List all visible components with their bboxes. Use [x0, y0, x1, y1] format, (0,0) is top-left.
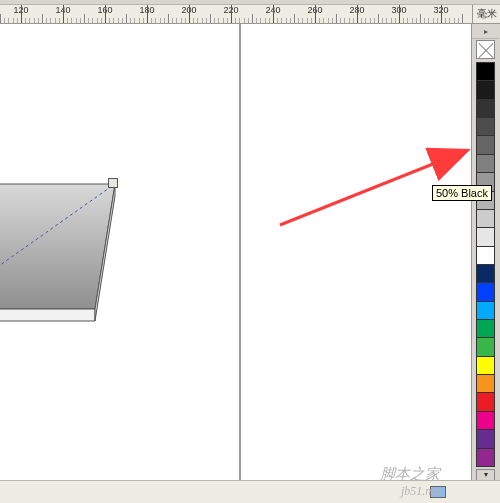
ruler-tick: [17, 18, 18, 23]
ruler-tick: [227, 18, 228, 23]
ruler-tick: [42, 14, 43, 23]
ruler-tick: [151, 18, 152, 23]
color-palette-panel: [471, 24, 500, 481]
color-swatch[interactable]: [476, 154, 495, 172]
ruler-tick: [370, 18, 371, 23]
ruler-tick: [265, 18, 266, 23]
color-swatch[interactable]: [476, 282, 495, 300]
color-swatch[interactable]: [476, 448, 495, 467]
ruler-tick: [386, 18, 387, 23]
color-swatch[interactable]: [476, 80, 495, 98]
ruler-tick: [286, 18, 287, 23]
ruler-tick: [349, 18, 350, 23]
ruler-tick: [437, 18, 438, 23]
color-swatch[interactable]: [476, 209, 495, 227]
canvas[interactable]: [0, 24, 472, 481]
ruler-tick: [239, 18, 240, 23]
ruler-tick: [118, 18, 119, 23]
ruler-tick: [46, 18, 47, 23]
color-swatch[interactable]: [476, 264, 495, 282]
ruler-tick: [80, 18, 81, 23]
ruler-tick: [105, 5, 106, 23]
color-swatch[interactable]: [476, 337, 495, 355]
ruler-tick: [256, 18, 257, 23]
color-swatch[interactable]: [476, 135, 495, 153]
ruler-tick: [361, 18, 362, 23]
ruler-tick: [181, 18, 182, 23]
ruler-tick: [50, 18, 51, 23]
color-swatch[interactable]: [476, 356, 495, 374]
ruler-tick: [252, 14, 253, 23]
watermark: 脚本之家 jb51.net: [380, 465, 440, 499]
ruler-tick: [71, 18, 72, 23]
ruler-tick: [235, 18, 236, 23]
palette-flyout-button[interactable]: [472, 24, 499, 39]
ruler-tick: [281, 18, 282, 23]
ruler-tick: [189, 5, 190, 23]
ruler-tick: [55, 18, 56, 23]
ruler-tick: [172, 18, 173, 23]
ruler-tick: [202, 18, 203, 23]
ruler-tick: [416, 18, 417, 23]
watermark-line2: jb51.net: [380, 484, 440, 499]
ruler-unit-label[interactable]: 毫米: [472, 5, 500, 24]
ruler-tick: [97, 18, 98, 23]
ruler-tick: [143, 18, 144, 23]
ruler-tick: [34, 18, 35, 23]
color-swatch[interactable]: [476, 319, 495, 337]
ruler-tick: [428, 18, 429, 23]
ruler-tick: [160, 18, 161, 23]
ruler-tick: [445, 18, 446, 23]
ruler-tick: [260, 18, 261, 23]
svg-marker-1: [0, 309, 95, 321]
ruler-tick: [433, 18, 434, 23]
ruler-tick: [176, 18, 177, 23]
ruler-tick: [134, 18, 135, 23]
ruler-tick: [206, 18, 207, 23]
ruler-tick: [323, 18, 324, 23]
ruler-tick: [147, 5, 148, 23]
ruler-tick: [139, 18, 140, 23]
ruler-tick: [101, 18, 102, 23]
ruler-tick: [336, 14, 337, 23]
ruler-tick: [168, 14, 169, 23]
ruler-tick: [130, 18, 131, 23]
ruler-tick: [126, 14, 127, 23]
ruler-tick: [458, 18, 459, 23]
ruler-tick: [231, 5, 232, 23]
ruler-tick: [353, 18, 354, 23]
ruler-tick: [277, 18, 278, 23]
ruler-tick: [210, 14, 211, 23]
ruler-tick: [315, 5, 316, 23]
color-swatch[interactable]: [476, 374, 495, 392]
ruler-tick: [248, 18, 249, 23]
ruler-tick: [59, 18, 60, 23]
color-swatch[interactable]: [476, 429, 495, 447]
color-swatch[interactable]: [476, 411, 495, 429]
ruler-tick: [357, 5, 358, 23]
ruler-tick: [395, 18, 396, 23]
ruler-tick: [374, 18, 375, 23]
ruler-tick: [420, 14, 421, 23]
ruler-tick: [164, 18, 165, 23]
color-swatch[interactable]: [476, 246, 495, 264]
ruler-tick: [0, 14, 1, 23]
selection-handle[interactable]: [108, 178, 118, 188]
ruler-tick: [218, 18, 219, 23]
no-color-swatch[interactable]: [476, 40, 495, 59]
horizontal-ruler[interactable]: 120140160180200220240260280300320: [0, 5, 472, 24]
selected-shape[interactable]: [0, 24, 240, 344]
ruler-tick: [449, 18, 450, 23]
ruler-tick: [344, 18, 345, 23]
ruler-tick: [185, 18, 186, 23]
ruler-tick: [67, 18, 68, 23]
color-swatch[interactable]: [476, 99, 495, 117]
ruler-tick: [63, 5, 64, 23]
color-swatch[interactable]: [476, 301, 495, 319]
ruler-tick: [13, 18, 14, 23]
color-swatch[interactable]: [476, 62, 495, 80]
ruler-tick: [391, 18, 392, 23]
color-swatch[interactable]: [476, 117, 495, 135]
color-swatch[interactable]: [476, 392, 495, 410]
color-swatch[interactable]: [476, 227, 495, 245]
